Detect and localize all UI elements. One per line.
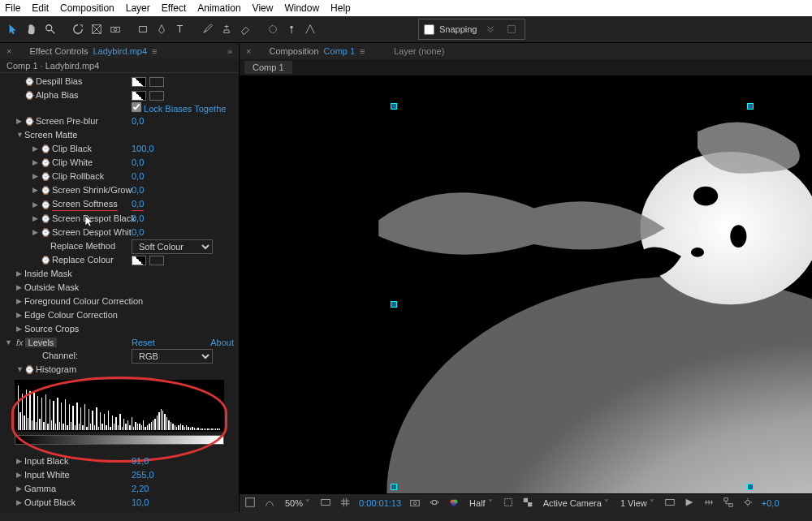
snapping-checkbox[interactable] <box>424 24 434 35</box>
grid-icon[interactable] <box>339 497 351 510</box>
twirl-icon[interactable] <box>16 282 24 294</box>
puppet-pin-tool-icon[interactable] <box>283 21 300 37</box>
twirl-icon[interactable] <box>5 338 15 347</box>
twirl-icon[interactable] <box>32 213 41 225</box>
exposure-reset-icon[interactable] <box>742 497 754 510</box>
transparency-grid-icon[interactable] <box>522 497 533 510</box>
menu-file[interactable]: File <box>5 2 20 14</box>
twirl-icon[interactable] <box>32 170 41 183</box>
show-snapshot-icon[interactable] <box>429 497 440 510</box>
camera-dropdown[interactable]: Active Camera <box>542 498 611 509</box>
twirl-icon[interactable] <box>32 184 41 196</box>
clone-stamp-tool-icon[interactable] <box>218 21 235 37</box>
timeline-icon[interactable] <box>703 497 715 510</box>
val-gamma[interactable]: 2,20 <box>132 483 149 495</box>
menu-window[interactable]: Window <box>284 2 319 14</box>
despill-bias-eyedropper-icon[interactable] <box>149 77 164 87</box>
roto-brush-tool-icon[interactable] <box>265 21 281 37</box>
twirl-icon[interactable] <box>16 483 24 495</box>
pan-behind-tool-icon[interactable] <box>89 21 105 37</box>
menu-layer[interactable]: Layer <box>126 2 150 14</box>
channel-dropdown[interactable]: RGB <box>132 349 213 364</box>
twirl-icon[interactable] <box>16 295 24 308</box>
menu-edit[interactable]: Edit <box>32 2 49 14</box>
comp-source[interactable]: Comp 1 <box>324 46 356 56</box>
menu-composition[interactable]: Composition <box>60 2 114 14</box>
val-input-black[interactable]: 91,0 <box>132 455 149 467</box>
val-screen-shrink[interactable]: 0,0 <box>132 184 144 196</box>
panel-close-icon[interactable]: × <box>6 46 11 56</box>
composition-viewport[interactable] <box>240 75 812 493</box>
val-clip-white[interactable]: 0,0 <box>132 157 144 169</box>
twirl-icon[interactable] <box>16 469 24 481</box>
twirl-icon[interactable] <box>32 226 41 239</box>
channel-rgb-icon[interactable] <box>448 497 460 510</box>
twirl-icon[interactable] <box>16 455 24 467</box>
effect-levels[interactable]: Levels <box>25 338 58 347</box>
alpha-boundary-icon[interactable] <box>244 497 256 510</box>
twirl-icon[interactable] <box>32 157 41 169</box>
bbox-handle-ml[interactable] <box>391 301 397 308</box>
levels-reset-link[interactable]: Reset <box>132 338 155 347</box>
brush-tool-icon[interactable] <box>200 21 216 37</box>
panel-close-icon[interactable]: × <box>246 46 251 56</box>
despill-bias-swatch[interactable] <box>132 77 146 87</box>
resolution-icon[interactable] <box>320 497 331 510</box>
lock-biases-checkbox[interactable] <box>132 102 141 112</box>
exposure-value[interactable]: +0,0 <box>762 498 780 508</box>
menu-effect[interactable]: Effect <box>162 2 186 14</box>
panel-source[interactable]: Ladybird.mp4 <box>93 46 147 56</box>
val-clip-rollback[interactable]: 0,0 <box>132 170 144 183</box>
bbox-handle-tl[interactable] <box>391 103 397 110</box>
pen-tool-icon[interactable] <box>153 21 170 37</box>
camera-tool-icon[interactable] <box>107 21 123 37</box>
twirl-icon[interactable] <box>32 143 41 155</box>
twirl-icon[interactable] <box>16 497 24 509</box>
fast-preview-icon[interactable] <box>684 497 695 510</box>
twirl-icon[interactable] <box>16 268 24 280</box>
twirl-icon[interactable] <box>16 364 24 376</box>
val-clip-black[interactable]: 100,0 <box>132 143 154 155</box>
twirl-icon[interactable] <box>16 323 24 335</box>
menu-view[interactable]: View <box>253 2 274 14</box>
zoom-tool-icon[interactable] <box>42 21 58 37</box>
val-screen-preblur[interactable]: 0,0 <box>132 115 144 127</box>
histogram-widget[interactable] <box>15 380 224 453</box>
mask-path-icon[interactable] <box>264 497 275 510</box>
val-output-black[interactable]: 10,0 <box>132 497 149 509</box>
bbox-handle-bl[interactable] <box>391 484 397 490</box>
local-axis-icon[interactable] <box>302 21 318 37</box>
val-output-white[interactable]: 255,0 <box>132 510 154 512</box>
snap-bounds-icon[interactable] <box>503 21 520 37</box>
replace-method-dropdown[interactable]: Soft Colour <box>132 239 213 254</box>
menu-animation[interactable]: Animation <box>197 2 240 14</box>
snapshot-icon[interactable] <box>409 497 421 510</box>
alpha-bias-swatch[interactable] <box>132 91 146 101</box>
text-tool-icon[interactable]: T <box>172 21 188 37</box>
histogram-gradient[interactable] <box>15 435 224 445</box>
val-input-white[interactable]: 255,0 <box>132 469 154 481</box>
resolution-dropdown[interactable]: Half <box>468 498 495 509</box>
val-screen-despot-black[interactable]: 0,0 <box>132 213 144 225</box>
replace-colour-swatch[interactable] <box>132 256 146 265</box>
timecode[interactable]: 0:00:01:13 <box>359 498 401 508</box>
replace-colour-eyedropper-icon[interactable] <box>149 256 164 265</box>
roi-icon[interactable] <box>503 497 514 510</box>
menu-help[interactable]: Help <box>330 2 351 14</box>
hand-tool-icon[interactable] <box>24 21 40 37</box>
levels-about-link[interactable]: About <box>210 338 234 347</box>
twirl-icon[interactable] <box>16 129 24 141</box>
val-screen-softness[interactable]: 0,0 <box>132 198 144 211</box>
snapping-toggle[interactable]: Snapping <box>418 19 525 40</box>
snapping-opts-icon[interactable] <box>482 21 499 37</box>
rectangle-tool-icon[interactable] <box>135 21 151 37</box>
bbox-handle-br[interactable] <box>747 484 754 490</box>
val-screen-despot-white[interactable]: 0,0 <box>132 226 144 239</box>
flowchart-icon[interactable] <box>723 497 734 510</box>
zoom-level[interactable]: 50% <box>283 498 312 509</box>
pixel-aspect-icon[interactable] <box>664 497 676 510</box>
selection-tool-icon[interactable] <box>5 21 21 37</box>
twirl-icon[interactable] <box>16 309 24 321</box>
twirl-icon[interactable] <box>16 115 24 127</box>
alpha-bias-eyedropper-icon[interactable] <box>149 91 164 101</box>
